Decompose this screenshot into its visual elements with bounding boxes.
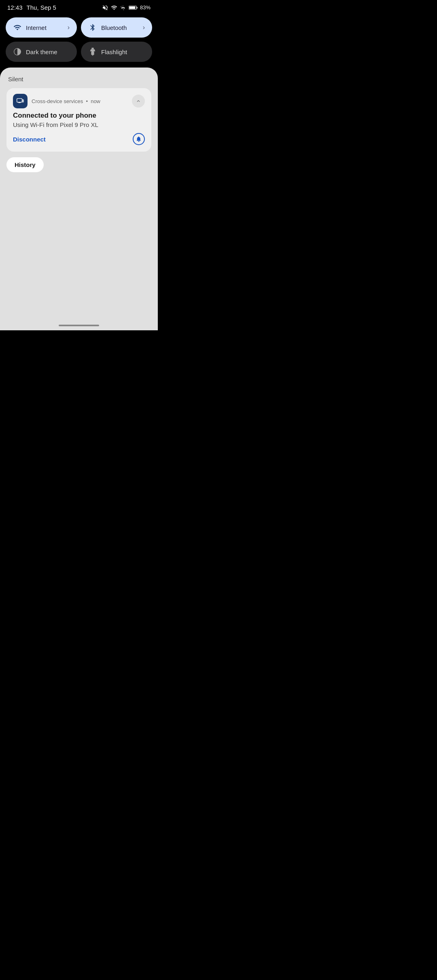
notification-actions: Disconnect Z	[13, 133, 145, 145]
svg-rect-5	[91, 51, 94, 55]
history-button[interactable]: History	[6, 157, 44, 172]
internet-tile[interactable]: Internet ›	[6, 17, 77, 38]
dark-theme-tile-icon	[13, 47, 22, 56]
status-bar: 12:43 Thu, Sep 5 83%	[0, 0, 158, 14]
battery-text: 83%	[140, 4, 151, 11]
bluetooth-tile-arrow: ›	[143, 24, 145, 31]
flashlight-tile[interactable]: Flashlight	[81, 42, 152, 62]
home-bar-indicator	[59, 325, 99, 326]
notification-panel: Silent Cross-device services • now	[0, 68, 158, 318]
svg-rect-8	[18, 102, 21, 103]
wifi-icon	[111, 4, 117, 11]
flashlight-tile-label: Flashlight	[101, 49, 145, 55]
wifi-tile-icon	[13, 23, 22, 32]
svg-rect-6	[92, 55, 93, 56]
status-date: Thu, Sep 5	[27, 4, 56, 11]
home-bar	[0, 318, 158, 330]
notification-header: Cross-device services • now	[13, 94, 145, 108]
svg-rect-1	[137, 6, 138, 8]
battery-icon	[129, 5, 138, 10]
silent-label: Silent	[6, 76, 151, 82]
disconnect-button[interactable]: Disconnect	[13, 136, 46, 143]
svg-rect-10	[23, 100, 23, 102]
notification-app-icon	[13, 94, 28, 108]
notification-card: Cross-device services • now Connected to…	[6, 88, 151, 152]
svg-rect-4	[91, 48, 93, 49]
mute-icon	[102, 4, 108, 11]
dark-theme-tile-label: Dark theme	[26, 49, 70, 55]
quick-settings: Internet › Bluetooth › Dark theme	[0, 14, 158, 68]
signal-icon	[120, 4, 126, 11]
flashlight-tile-icon	[88, 47, 97, 56]
notification-body: Using Wi-Fi from Pixel 9 Pro XL	[13, 121, 145, 128]
bluetooth-tile-label: Bluetooth	[101, 24, 139, 31]
dark-theme-tile[interactable]: Dark theme	[6, 42, 77, 62]
internet-tile-label: Internet	[26, 24, 64, 31]
status-icons: 83%	[102, 4, 151, 11]
svg-text:Z: Z	[138, 138, 139, 140]
internet-tile-arrow: ›	[68, 24, 70, 31]
notification-title: Connected to your phone	[13, 112, 145, 120]
notification-app-name: Cross-device services • now	[32, 98, 128, 104]
bluetooth-tile-icon	[88, 23, 97, 32]
status-time: 12:43	[7, 4, 23, 11]
snooze-button[interactable]: Z	[133, 133, 145, 145]
svg-rect-7	[17, 99, 22, 102]
bluetooth-tile[interactable]: Bluetooth ›	[81, 17, 152, 38]
notification-expand-button[interactable]	[132, 95, 145, 108]
svg-rect-2	[129, 6, 135, 9]
